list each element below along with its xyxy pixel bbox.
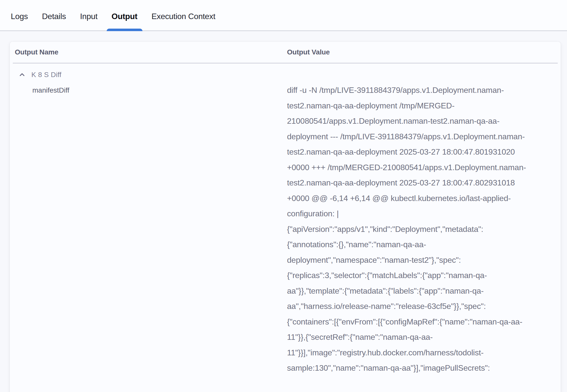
output-table-header: Output Name Output Value: [10, 42, 561, 63]
output-table-panel: Output Name Output Value K 8 S Diff mani…: [10, 42, 561, 392]
output-name-manifestdiff: manifestDiff: [15, 83, 287, 98]
tab-input-label: Input: [80, 12, 98, 21]
output-group-label: K 8 S Diff: [31, 71, 61, 79]
tab-output-label: Output: [112, 12, 137, 21]
tab-output[interactable]: Output: [107, 3, 143, 30]
output-value-manifestdiff: diff -u -N /tmp/LIVE-3911884379/apps.v1.…: [287, 83, 527, 376]
column-header-output-value: Output Value: [287, 48, 556, 56]
tab-bar: Logs Details Input Output Execution Cont…: [0, 0, 567, 31]
tab-execution-context[interactable]: Execution Context: [147, 3, 221, 30]
column-header-output-name: Output Name: [15, 48, 287, 56]
output-group-k8s-diff[interactable]: K 8 S Diff: [10, 63, 561, 81]
chevron-up-icon[interactable]: [19, 72, 25, 78]
tab-logs[interactable]: Logs: [6, 3, 33, 30]
tab-input[interactable]: Input: [75, 3, 103, 30]
tab-details[interactable]: Details: [37, 3, 71, 30]
tab-execution-context-label: Execution Context: [152, 12, 216, 21]
tab-logs-label: Logs: [11, 12, 28, 21]
tab-details-label: Details: [42, 12, 66, 21]
table-row: manifestDiff diff -u -N /tmp/LIVE-391188…: [10, 81, 561, 386]
